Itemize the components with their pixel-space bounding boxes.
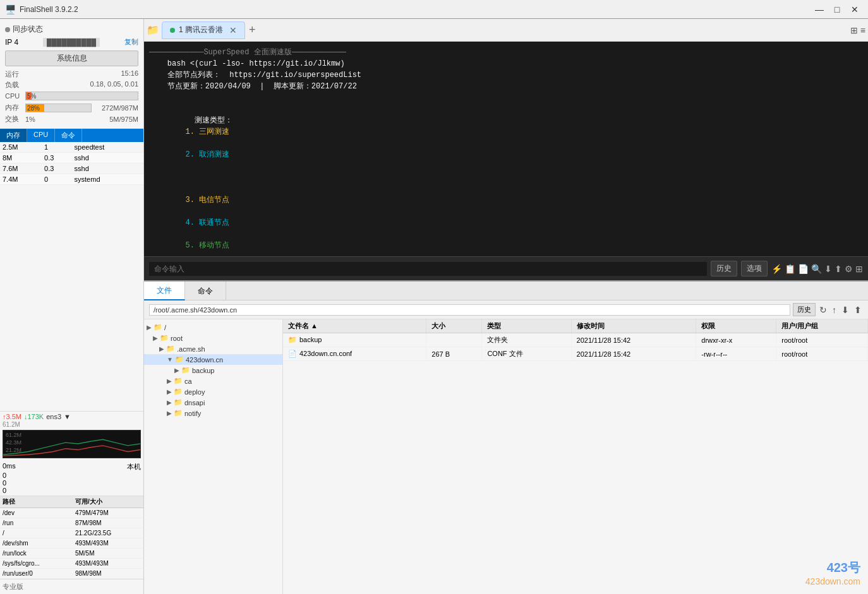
tree-item-deploy[interactable]: ▶ 📁 deploy — [144, 386, 282, 397]
list-view-icon[interactable]: ≡ — [860, 25, 865, 35]
proc-mem: 2.5M — [0, 142, 42, 153]
tree-label-423: 423down.cn — [186, 356, 223, 364]
proc-cmd: speedtest — [72, 142, 143, 153]
mem-percent: 28% — [27, 104, 40, 113]
title-bar: 🖥️ FinalShell 3.9.2.2 — □ ✕ — [0, 0, 868, 19]
folder-icon-ca: 📁 — [174, 377, 183, 385]
tree-item-root[interactable]: ▶ 📁 / — [144, 322, 282, 333]
sysinfo-button[interactable]: 系统信息 — [5, 50, 138, 66]
net-expand-icon[interactable]: ▼ — [64, 413, 71, 420]
tree-item-root2[interactable]: ▶ 📁 root — [144, 333, 282, 343]
swap-label: 交换 — [5, 114, 23, 124]
disk-table: 路径 可用/大小 /dev479M/479M/run87M/98M/21.2G/… — [0, 496, 143, 579]
tree-label-ca: ca — [184, 377, 192, 385]
tab-close-btn[interactable]: ✕ — [229, 25, 237, 35]
tree-expand-acme: ▶ — [159, 345, 164, 352]
col-modified[interactable]: 修改时间 — [571, 319, 696, 333]
close-button[interactable]: ✕ — [847, 3, 863, 16]
window-controls: — □ ✕ — [811, 3, 863, 16]
process-row: 8M0.3sshd — [0, 153, 143, 163]
path-input[interactable] — [149, 304, 790, 316]
tree-expand-backup: ▶ — [174, 367, 179, 374]
folder-icon: 📁 — [288, 336, 297, 343]
file-icon[interactable]: 📄 — [798, 264, 809, 274]
file-table-header: 文件名 ▲ 大小 类型 修改时间 权限 用户/用户组 — [283, 319, 868, 333]
tab-commands[interactable]: 命令 — [185, 282, 226, 300]
expand-icon[interactable]: ⊞ — [855, 264, 863, 274]
options-button[interactable]: 选项 — [741, 261, 768, 276]
sidebar-header: 同步状态 IP 4 ██████████ 复制 系统信息 运行 15:16 负载… — [0, 19, 143, 129]
copy-button[interactable]: 复制 — [124, 37, 138, 47]
command-bar: 历史 选项 ⚡ 📋 📄 🔍 ⬇ ⬆ ⚙ ⊞ — [144, 256, 868, 280]
col-type[interactable]: 类型 — [482, 319, 571, 333]
disk-col-path: 路径 — [0, 496, 73, 508]
proc-cpu: 0.3 — [42, 153, 71, 163]
col-size[interactable]: 大小 — [426, 319, 482, 333]
tree-expand-deploy: ▶ — [167, 388, 172, 395]
proc-tab-mem[interactable]: 内存 — [0, 129, 27, 142]
file-row[interactable]: 📄423down.cn.conf267 BCONF 文件2021/11/28 1… — [283, 347, 868, 361]
tree-expand-dnsapi: ▶ — [167, 399, 172, 406]
tree-expand-ca: ▶ — [167, 377, 172, 384]
grid-view-icon[interactable]: ⊞ — [850, 25, 858, 35]
net-upload: ↑3.5M — [3, 413, 21, 420]
edition-label: 专业版 — [3, 583, 23, 590]
proc-tab-cmd[interactable]: 命令 — [55, 129, 82, 142]
upload-icon[interactable]: ⬆ — [835, 264, 842, 274]
disk-path: /sys/fs/cgro... — [0, 559, 73, 569]
tree-expand-423: ▼ — [167, 356, 173, 363]
tab-tencent[interactable]: 1 腾讯云香港 ✕ — [162, 21, 245, 39]
app-icon: 🖥️ — [5, 4, 16, 15]
terminal-line-5: 测速类型： 1. 三网测速 2. 取消测速 — [149, 104, 863, 172]
settings-icon[interactable]: ⚙ — [845, 264, 853, 274]
tree-item-ca[interactable]: ▶ 📁 ca — [144, 376, 282, 386]
proc-tab-cpu[interactable]: CPU — [27, 129, 55, 142]
lightning-icon[interactable]: ⚡ — [771, 264, 782, 274]
folder-icon[interactable]: 📁 — [147, 24, 159, 36]
folder-icon-notify: 📁 — [174, 409, 183, 417]
new-tab-button[interactable]: + — [249, 23, 256, 37]
download-icon[interactable]: ⬇ — [824, 264, 832, 274]
proc-cmd: systemd — [72, 174, 143, 185]
tree-item-acme[interactable]: ▶ 📁 .acme.sh — [144, 343, 282, 354]
net-download: ↓173K — [24, 413, 44, 420]
file-owner: root/root — [776, 333, 868, 347]
refresh-icon[interactable]: ↻ — [819, 305, 827, 315]
col-perms[interactable]: 权限 — [696, 319, 776, 333]
path-history-button[interactable]: 历史 — [793, 303, 816, 316]
folder-icon-root2: 📁 — [160, 334, 169, 342]
load-value: 0.18, 0.05, 0.01 — [90, 80, 138, 90]
maximize-button[interactable]: □ — [829, 3, 845, 16]
tree-item-notify[interactable]: ▶ 📁 notify — [144, 408, 282, 419]
disk-avail: 87M/98M — [73, 518, 143, 528]
file-row[interactable]: 📁backup文件夹2021/11/28 15:42drwxr-xr-xroot… — [283, 333, 868, 347]
tree-item-backup[interactable]: ▶ 📁 backup — [144, 365, 282, 376]
conf-icon: 📄 — [288, 350, 297, 357]
disk-avail: 5M/5M — [73, 549, 143, 559]
terminal[interactable]: ————————————SuperSpeed 全面测速版————————————… — [144, 42, 868, 256]
col-owner[interactable]: 用户/用户组 — [776, 319, 868, 333]
mem-value: 272M/987M — [94, 104, 138, 112]
download-file-icon[interactable]: ⬇ — [841, 305, 849, 315]
disk-row: /run87M/98M — [0, 518, 143, 528]
sync-status: 同步状态 — [5, 23, 138, 36]
bottom-tabs: 文件 命令 — [144, 282, 868, 300]
upload-file-icon[interactable]: ⬆ — [854, 305, 862, 315]
tab-bar: 📁 1 腾讯云香港 ✕ + ⊞ ≡ — [144, 19, 868, 42]
up-dir-icon[interactable]: ↑ — [832, 305, 836, 315]
disk-avail: 493M/493M — [73, 538, 143, 549]
mem-row: 内存 28% 272M/987M — [5, 102, 138, 114]
clipboard-icon[interactable]: 📋 — [785, 264, 795, 274]
minimize-button[interactable]: — — [811, 3, 828, 16]
history-button[interactable]: 历史 — [711, 261, 737, 276]
proc-cpu: 1 — [42, 142, 71, 153]
col-name[interactable]: 文件名 ▲ — [283, 319, 426, 333]
file-size — [426, 333, 482, 347]
tree-item-423down[interactable]: ▼ 📁 423down.cn — [144, 354, 282, 365]
cpu-label: CPU — [5, 92, 23, 100]
tree-item-dnsapi[interactable]: ▶ 📁 dnsapi — [144, 397, 282, 408]
command-input[interactable] — [149, 262, 707, 276]
search-icon[interactable]: 🔍 — [811, 264, 822, 274]
tab-files[interactable]: 文件 — [144, 282, 185, 300]
file-perms: drwxr-xr-x — [696, 333, 776, 347]
